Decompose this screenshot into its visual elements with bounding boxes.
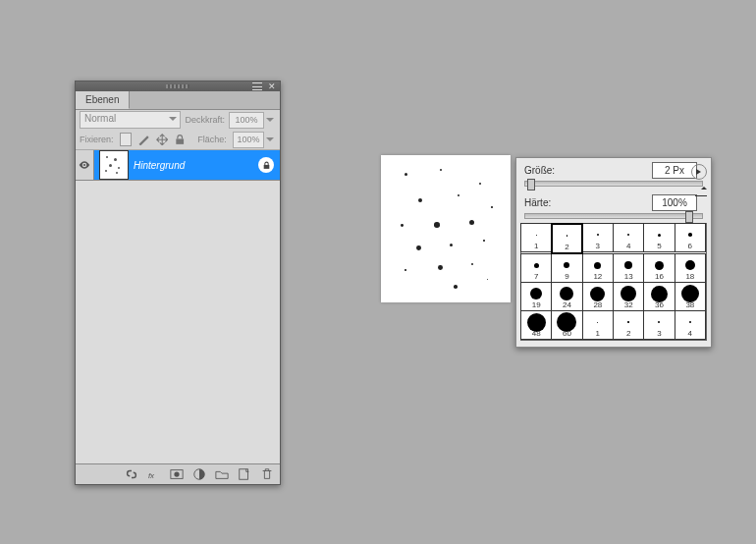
svg-rect-2 — [263, 164, 269, 168]
brush-preset-36[interactable]: 36 — [643, 282, 675, 311]
brush-preset-9[interactable]: 9 — [551, 253, 582, 283]
brush-preset-size-label: 60 — [552, 329, 581, 338]
brush-preset-3[interactable]: 3 — [582, 223, 614, 252]
brush-preset-1[interactable]: 1 — [582, 310, 614, 340]
brush-preset-60[interactable]: 60 — [551, 310, 582, 340]
brush-preset-19[interactable]: 19 — [520, 282, 552, 311]
brush-dot-icon — [534, 263, 539, 268]
visibility-toggle[interactable] — [76, 150, 94, 180]
close-icon[interactable]: ✕ — [268, 82, 276, 91]
brush-preset-32[interactable]: 32 — [613, 282, 644, 311]
brush-dot-icon — [597, 234, 599, 236]
brush-preset-size-label: 4 — [675, 329, 705, 338]
new-preset-icon[interactable] — [695, 186, 707, 196]
canvas-dot — [405, 173, 407, 176]
layer-lock-icon[interactable] — [258, 157, 274, 173]
blend-mode-select[interactable]: Normal — [80, 111, 181, 129]
brush-size-slider[interactable] — [524, 181, 703, 187]
brush-preset-size-label: 12 — [583, 272, 613, 281]
brush-preset-1[interactable]: 1 — [520, 223, 552, 252]
brush-preset-3[interactable]: 3 — [643, 310, 675, 340]
canvas-dot — [401, 224, 404, 227]
group-icon[interactable] — [215, 467, 229, 481]
fill-input[interactable]: 100% — [233, 132, 264, 148]
slider-thumb[interactable] — [685, 211, 693, 223]
canvas-dot — [405, 269, 406, 271]
layer-name[interactable]: Hintergrund — [134, 160, 258, 171]
brush-preset-4[interactable]: 4 — [613, 223, 644, 252]
panel-titlebar[interactable]: ✕ — [76, 82, 280, 91]
brush-preset-size-label: 1 — [521, 242, 551, 250]
layer-row-background[interactable]: Hintergrund — [76, 150, 280, 181]
tab-layers[interactable]: Ebenen — [76, 91, 130, 109]
brush-dot-icon — [688, 233, 692, 237]
brush-hardness-slider[interactable] — [524, 213, 703, 219]
link-layers-icon[interactable] — [125, 467, 138, 481]
grip-icon — [166, 84, 189, 88]
brush-preset-size-label: 24 — [552, 300, 581, 309]
brush-preset-18[interactable]: 18 — [675, 253, 706, 283]
brush-preset-48[interactable]: 48 — [520, 310, 552, 340]
brush-preset-size-label: 48 — [521, 329, 551, 338]
brush-preset-24[interactable]: 24 — [551, 282, 582, 311]
brush-dot-icon — [658, 234, 661, 237]
brush-preset-size-label: 2 — [614, 329, 643, 338]
brush-dot-icon — [627, 321, 629, 323]
brush-preset-28[interactable]: 28 — [582, 282, 614, 311]
canvas-dot — [440, 169, 442, 171]
brush-dot-icon — [685, 260, 695, 270]
brush-preset-5[interactable]: 5 — [643, 223, 675, 252]
layer-fx-icon[interactable]: fx — [147, 467, 161, 481]
canvas-dot — [487, 279, 488, 280]
slider-thumb[interactable] — [527, 179, 535, 190]
brush-dot-icon — [564, 262, 569, 268]
opacity-input[interactable]: 100% — [229, 112, 264, 129]
lock-all-icon[interactable] — [174, 133, 186, 146]
lock-transparency-icon[interactable] — [120, 133, 133, 146]
canvas-dot — [418, 198, 422, 202]
layer-list: Hintergrund — [76, 150, 280, 464]
brush-hardness-input[interactable]: 100% — [652, 194, 697, 211]
canvas-dot — [434, 222, 440, 228]
delete-layer-icon[interactable] — [260, 467, 274, 481]
layer-mask-icon[interactable] — [170, 467, 184, 481]
brush-preset-size-label: 28 — [583, 300, 613, 309]
lock-label: Fixieren: — [80, 135, 114, 144]
canvas-preview — [381, 155, 511, 302]
brush-preset-size-label: 4 — [614, 242, 643, 250]
brush-preset-12[interactable]: 12 — [582, 253, 614, 283]
svg-text:fx: fx — [148, 471, 155, 480]
brush-preset-size-label: 36 — [644, 300, 674, 309]
adjustment-layer-icon[interactable] — [192, 467, 206, 481]
brush-preset-7[interactable]: 7 — [520, 253, 552, 283]
brush-preset-13[interactable]: 13 — [613, 253, 644, 283]
canvas-dot — [438, 265, 443, 270]
brush-preset-4[interactable]: 4 — [675, 310, 706, 340]
lock-pixels-icon[interactable] — [137, 133, 149, 146]
brush-dot-icon — [689, 321, 692, 324]
panel-tabs: Ebenen — [76, 91, 280, 110]
brush-dot-icon — [567, 235, 568, 237]
new-layer-icon[interactable] — [238, 467, 251, 481]
brush-preset-16[interactable]: 16 — [643, 253, 675, 283]
brush-preset-2[interactable]: 2 — [613, 310, 644, 340]
panel-menu-icon[interactable] — [252, 82, 262, 90]
brush-dot-icon — [627, 234, 630, 237]
brush-preset-popup: Größe: 2 Px Härte: 100% 1234567912131618… — [515, 157, 712, 348]
panel-footer: fx — [76, 463, 280, 484]
brush-preset-2[interactable]: 2 — [551, 223, 582, 254]
brush-preset-size-label: 19 — [521, 300, 551, 309]
brush-preset-size-label: 1 — [583, 329, 613, 338]
brush-preset-size-label: 6 — [675, 242, 705, 250]
canvas-dot — [471, 263, 473, 265]
brush-flyout-icon[interactable] — [691, 164, 707, 180]
brush-preset-size-label: 3 — [644, 329, 674, 338]
brush-preset-38[interactable]: 38 — [675, 282, 706, 311]
brush-dot-icon — [594, 262, 601, 269]
brush-dot-icon — [655, 261, 664, 270]
canvas-dot — [458, 194, 459, 196]
brush-preset-size-label: 32 — [614, 300, 643, 309]
lock-position-icon[interactable] — [156, 133, 168, 146]
brush-preset-6[interactable]: 6 — [675, 223, 706, 252]
layers-panel: ✕ Ebenen Normal Deckkraft: 100% Fixieren… — [75, 81, 281, 485]
